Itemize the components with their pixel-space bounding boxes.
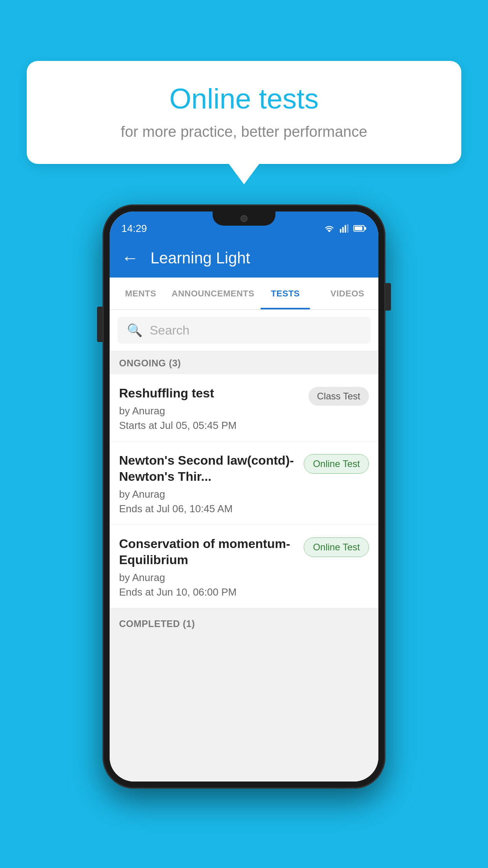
front-camera <box>240 215 248 222</box>
svg-rect-2 <box>345 225 346 233</box>
battery-icon <box>353 224 367 233</box>
svg-rect-6 <box>365 227 366 230</box>
test-item[interactable]: Newton's Second law(contd)-Newton's Thir… <box>110 441 378 525</box>
test-badge-3: Online Test <box>304 537 369 557</box>
status-icons <box>323 224 367 233</box>
tab-announcements[interactable]: ANNOUNCEMENTS <box>172 278 255 309</box>
test-name-1: Reshuffling test <box>119 385 302 402</box>
ongoing-section-header: ONGOING (3) <box>110 351 378 374</box>
test-author-3: by Anurag <box>119 572 297 584</box>
speech-bubble: Online tests for more practice, better p… <box>27 61 461 164</box>
phone-screen: 14:29 <box>110 211 378 782</box>
search-placeholder: Search <box>150 323 189 338</box>
test-name-2: Newton's Second law(contd)-Newton's Thir… <box>119 452 297 485</box>
tab-assignments[interactable]: MENTS <box>110 278 172 309</box>
search-container: 🔍 Search <box>110 310 378 351</box>
test-author-1: by Anurag <box>119 405 302 417</box>
tab-tests[interactable]: TESTS <box>254 278 316 309</box>
test-info-3: Conservation of momentum-Equilibrium by … <box>119 536 297 598</box>
test-name-3: Conservation of momentum-Equilibrium <box>119 536 297 568</box>
test-info-2: Newton's Second law(contd)-Newton's Thir… <box>119 452 297 515</box>
test-date-1: Starts at Jul 05, 05:45 PM <box>119 419 302 432</box>
status-time: 14:29 <box>121 223 147 235</box>
test-badge-2: Online Test <box>304 454 369 474</box>
wifi-icon <box>323 224 335 233</box>
search-icon: 🔍 <box>127 323 143 338</box>
phone-outer: 14:29 <box>103 204 385 789</box>
search-bar[interactable]: 🔍 Search <box>117 317 371 344</box>
test-author-2: by Anurag <box>119 488 297 500</box>
test-item[interactable]: Reshuffling test by Anurag Starts at Jul… <box>110 374 378 441</box>
tab-videos[interactable]: VIDEOS <box>316 278 378 309</box>
app-bar: ← Learning Light <box>110 238 378 278</box>
completed-section-header: COMPLETED (1) <box>110 611 378 635</box>
test-date-3: Ends at Jun 10, 06:00 PM <box>119 586 297 598</box>
speech-bubble-subtitle: for more practice, better performance <box>46 123 442 140</box>
app-bar-title: Learning Light <box>150 249 250 267</box>
svg-rect-5 <box>355 226 362 230</box>
svg-rect-3 <box>347 224 349 233</box>
phone-notch <box>213 211 275 226</box>
test-info-1: Reshuffling test by Anurag Starts at Jul… <box>119 385 302 432</box>
test-item[interactable]: Conservation of momentum-Equilibrium by … <box>110 525 378 608</box>
phone-mockup: 14:29 <box>103 204 385 789</box>
svg-rect-1 <box>342 227 344 233</box>
test-date-2: Ends at Jul 06, 10:45 AM <box>119 503 297 515</box>
test-badge-1: Class Test <box>308 387 369 406</box>
content-area: 🔍 Search ONGOING (3) Reshuffling test by… <box>110 310 378 782</box>
svg-rect-0 <box>340 229 341 233</box>
signal-icon <box>339 224 349 233</box>
back-button[interactable]: ← <box>121 249 139 267</box>
test-list: Reshuffling test by Anurag Starts at Jul… <box>110 374 378 608</box>
speech-bubble-title: Online tests <box>46 83 442 115</box>
tabs-bar: MENTS ANNOUNCEMENTS TESTS VIDEOS <box>110 278 378 310</box>
